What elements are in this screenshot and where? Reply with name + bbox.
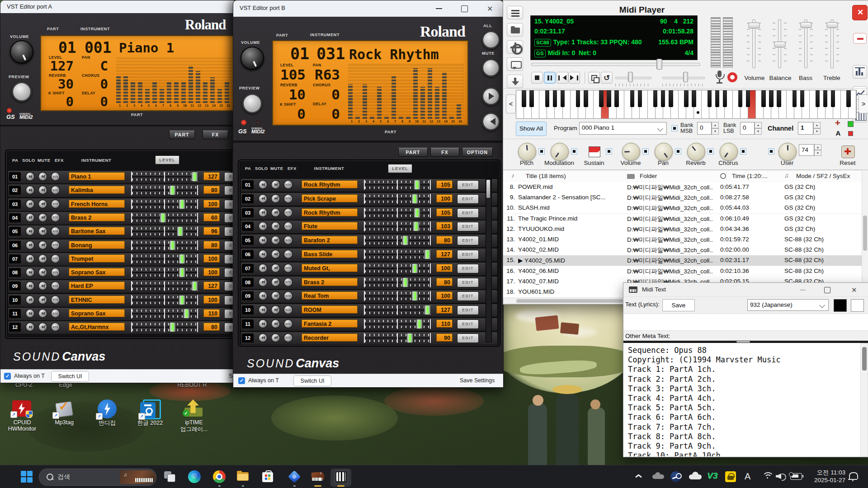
mute-button[interactable]: × <box>38 226 47 236</box>
part-row[interactable]: 07×EFXTrumpet100EDIT <box>8 253 231 266</box>
solo-button[interactable] <box>25 281 35 291</box>
back-button[interactable] <box>482 113 500 131</box>
open-folder-button[interactable] <box>507 23 523 37</box>
mute-button[interactable]: × <box>38 213 47 222</box>
level-slider[interactable] <box>131 226 198 236</box>
volume-knob[interactable] <box>10 40 33 64</box>
instrument-name[interactable]: Brass 2 <box>302 278 358 286</box>
balance-slider-thumb[interactable] <box>774 42 785 47</box>
level-slider[interactable] <box>364 333 431 343</box>
tempo-slider-track[interactable] <box>615 77 651 79</box>
midi-text-titlebar[interactable]: Midi Text ✕ <box>623 283 868 297</box>
switch-ui-button[interactable]: Switch UI <box>293 375 331 386</box>
instrument-name[interactable]: Baritone Sax <box>69 227 125 235</box>
edit-button[interactable]: EDIT <box>457 305 479 315</box>
microsoft-store-icon[interactable] <box>261 470 274 483</box>
efx-button[interactable]: EFX <box>51 199 60 209</box>
bank-lsb-spinner[interactable]: ▲▼ <box>755 122 762 135</box>
solo-button[interactable] <box>25 240 35 250</box>
part-row[interactable]: 08×EFXSoprano Sax100EDIT <box>8 266 231 280</box>
level-slider[interactable] <box>364 221 431 231</box>
search-highlight-image[interactable]: ♫ <box>120 470 156 484</box>
mute-button[interactable] <box>482 59 500 77</box>
mute-button[interactable]: × <box>271 249 280 259</box>
fx-tab-button[interactable]: FX <box>430 148 459 157</box>
wifi-icon[interactable] <box>762 472 773 480</box>
settings-button[interactable] <box>507 40 523 54</box>
player-close-button[interactable]: ✕ <box>852 5 868 20</box>
efx-button[interactable]: EFX <box>51 295 60 305</box>
preview-button[interactable] <box>242 94 262 113</box>
search-box[interactable]: 검색 ♫ <box>39 469 156 486</box>
solo-button[interactable] <box>25 199 35 209</box>
solo-button[interactable] <box>258 333 268 343</box>
part-row[interactable]: 01×EFXPiano 1127EDIT <box>8 170 231 184</box>
level-slider[interactable] <box>364 208 431 218</box>
mute-button[interactable]: × <box>38 172 47 181</box>
piano-black-key[interactable] <box>723 90 727 107</box>
piano-black-key[interactable] <box>715 90 720 107</box>
treble-slider-track[interactable] <box>830 19 834 68</box>
edit-button[interactable]: EDIT <box>457 333 479 343</box>
piano-black-key[interactable] <box>599 90 604 107</box>
titlebar-b[interactable]: VST Editor port B ✕ <box>233 0 503 17</box>
instrument-name[interactable]: Flute <box>302 222 358 230</box>
user-spinner[interactable]: ▲▼ <box>814 144 821 156</box>
solo-button[interactable] <box>25 213 35 222</box>
level-slider-thumb[interactable] <box>169 240 176 250</box>
efx-button[interactable]: EFX <box>283 180 293 189</box>
edit-button[interactable]: EDIT <box>224 227 234 236</box>
edit-button[interactable]: EDIT <box>457 194 479 204</box>
knob-toggle[interactable] <box>675 148 681 155</box>
part-row[interactable]: 08×EFXBrass 280EDIT <box>241 276 498 290</box>
instrument-name[interactable]: ETHNIC <box>69 296 125 304</box>
switch-ui-button[interactable]: Switch UI <box>51 371 89 382</box>
playlist-hscroll-thumb[interactable] <box>516 299 623 303</box>
knob-toggle[interactable] <box>642 148 649 155</box>
knob-toggle[interactable] <box>768 148 774 155</box>
edit-button[interactable]: EDIT <box>224 213 234 223</box>
level-slider-thumb[interactable] <box>414 208 420 218</box>
instrument-name[interactable]: Kalimba <box>69 186 125 194</box>
playlist-vscroll-thumb[interactable] <box>863 216 867 251</box>
notification-bell-icon[interactable] <box>849 472 858 479</box>
level-slider-thumb[interactable] <box>179 199 185 209</box>
icon-label[interactable]: ipTIME업그레이... <box>177 419 211 433</box>
edit-button[interactable]: EDIT <box>224 172 234 182</box>
lyrics-area[interactable] <box>623 314 868 331</box>
part-row[interactable]: 10×EFXETHNIC100EDIT <box>8 294 231 307</box>
piano-black-key[interactable] <box>630 90 635 107</box>
level-slider[interactable] <box>131 322 198 332</box>
part-row[interactable]: 12×EFXAc,Gt,Harmnx80EDIT <box>8 321 231 334</box>
part-row[interactable]: 07×EFXMuted Gt,100EDIT <box>241 262 498 276</box>
edit-button[interactable]: EDIT <box>457 250 479 259</box>
always-on-top-checkbox[interactable] <box>4 373 11 380</box>
playlist-row[interactable]: 12.TYUUOUKO.midD:₩미디파일₩Midi_32ch_coll...… <box>503 224 862 235</box>
level-slider[interactable] <box>131 281 198 291</box>
playlist-row[interactable]: 13.Y4002_01.MIDD:₩미디파일₩Midi_32ch_coll...… <box>503 235 862 245</box>
level-slider-thumb[interactable] <box>169 322 176 332</box>
ime-language-indicator[interactable]: A <box>745 471 750 482</box>
all-button[interactable] <box>482 31 500 49</box>
part-row[interactable]: 06×EFXBonang80EDIT <box>8 239 231 253</box>
mute-button[interactable]: × <box>38 267 47 277</box>
level-slider[interactable] <box>364 319 431 329</box>
level-slider-thumb[interactable] <box>406 333 413 343</box>
efx-button[interactable]: EFX <box>51 254 60 263</box>
solo-button[interactable] <box>25 295 35 305</box>
piano-black-key[interactable] <box>846 90 851 107</box>
part-row[interactable]: 05×EFXBaritone Sax96EDIT <box>8 225 231 239</box>
solo-button[interactable] <box>258 235 268 245</box>
fx-tab-button[interactable]: FX <box>203 131 228 139</box>
icon-label[interactable]: 반디집 <box>92 419 122 427</box>
close-icon[interactable]: ✕ <box>487 5 493 13</box>
instrument-name[interactable]: Soprano Sax <box>69 268 125 276</box>
efx-button[interactable]: EFX <box>283 208 293 217</box>
piano-app-icon[interactable]: ♪ <box>311 470 324 483</box>
part-row[interactable]: 02×EFXPick Scrape100EDIT <box>241 192 498 206</box>
solo-button[interactable] <box>258 291 268 300</box>
level-slider-thumb[interactable] <box>424 249 431 259</box>
level-slider-thumb[interactable] <box>416 319 423 329</box>
icon-bandizip[interactable]: ↗ <box>98 399 117 418</box>
download-button[interactable] <box>507 75 523 88</box>
